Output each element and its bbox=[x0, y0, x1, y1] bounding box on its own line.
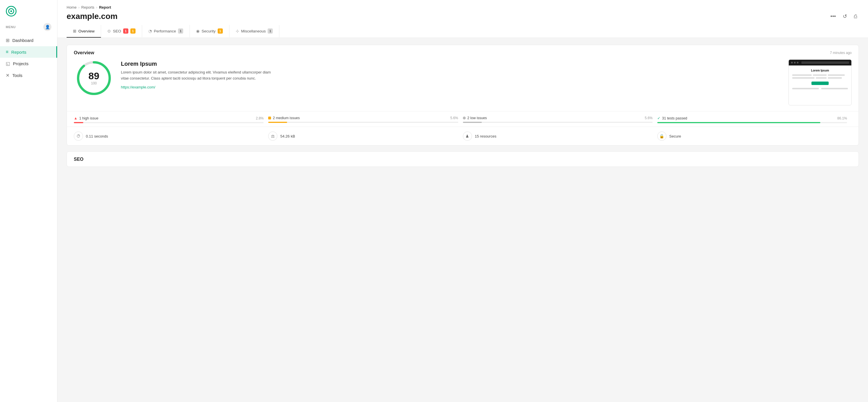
issue-label-left-high: ▲ 1 high issue bbox=[74, 116, 98, 120]
preview-line-5 bbox=[816, 77, 827, 79]
preview-dot-3 bbox=[797, 62, 799, 63]
more-button[interactable]: ••• bbox=[829, 12, 838, 21]
seo-card: SEO bbox=[67, 151, 859, 167]
issue-stat-passed: ✓ 31 tests passed 86.1% bbox=[657, 116, 851, 123]
logo[interactable] bbox=[0, 0, 57, 20]
site-description: Lorem ipsum dolor sit amet, consectetur … bbox=[121, 69, 276, 82]
issue-stat-label-passed: ✓ 31 tests passed 86.1% bbox=[657, 116, 847, 120]
high-issue-pct: 2.8% bbox=[256, 116, 264, 120]
preview-line-2 bbox=[813, 74, 827, 76]
seo-badge-red: 1 bbox=[123, 28, 128, 34]
issue-stat-medium: 2 medium issues 5.6% bbox=[268, 116, 463, 123]
score-center: 89 100 bbox=[88, 71, 99, 85]
tabs: ⊞ Overview ⊙ SEO 1 1 ◔ Performance 1 ◉ S… bbox=[67, 25, 859, 38]
score-circle: 89 100 bbox=[75, 59, 113, 97]
passed-icon: ✓ bbox=[657, 116, 660, 120]
metric-time: ⏱ 0.11 seconds bbox=[74, 131, 268, 141]
header-title-row: example.com ••• ↺ ⎙ bbox=[67, 12, 859, 21]
passed-bar-track bbox=[657, 122, 847, 123]
high-issue-bar bbox=[74, 122, 83, 123]
preview-bottom-lines bbox=[792, 88, 848, 89]
preview-line-6 bbox=[828, 77, 842, 79]
header: Home › Reports › Report example.com ••• … bbox=[57, 0, 868, 38]
resources-icon: ♟ bbox=[463, 131, 472, 141]
user-icon-button[interactable]: 👤 bbox=[43, 23, 52, 31]
low-issue-pct: 5.6% bbox=[645, 116, 652, 120]
performance-tab-icon: ◔ bbox=[149, 29, 152, 33]
breadcrumb-sep-1: › bbox=[79, 5, 80, 9]
breadcrumb-reports[interactable]: Reports bbox=[81, 5, 94, 9]
overview-card-header: Overview 7 minutes ago bbox=[67, 45, 859, 59]
low-issue-icon bbox=[463, 117, 466, 119]
logo-icon bbox=[6, 6, 17, 17]
sidebar: MENU 👤 ⊞ Dashboard ≡ Reports ◱ Projects … bbox=[0, 0, 57, 402]
overview-body: 89 100 Lorem Ipsum Lorem ipsum dolor sit… bbox=[67, 59, 859, 111]
issue-stat-label-medium: 2 medium issues 5.6% bbox=[268, 116, 458, 120]
medium-issue-pct: 5.6% bbox=[450, 116, 458, 120]
medium-issue-icon bbox=[268, 117, 271, 119]
breadcrumb: Home › Reports › Report bbox=[67, 5, 859, 9]
issue-label-left-passed: ✓ 31 tests passed bbox=[657, 116, 687, 120]
tab-security[interactable]: ◉ Security 1 bbox=[190, 25, 229, 38]
tab-performance[interactable]: ◔ Performance 1 bbox=[142, 25, 190, 38]
metric-size-value: 54.26 kB bbox=[280, 134, 295, 138]
site-info: Lorem Ipsum Lorem ipsum dolor sit amet, … bbox=[121, 59, 782, 90]
medium-issue-bar-track bbox=[268, 122, 458, 123]
low-issue-bar-track bbox=[463, 122, 653, 123]
sidebar-menu-label: MENU 👤 bbox=[0, 20, 57, 33]
dashboard-icon: ⊞ bbox=[6, 38, 9, 43]
seo-card-title: SEO bbox=[74, 157, 84, 162]
passed-pct: 86.1% bbox=[837, 116, 847, 120]
preview-content: Lorem Ipsum bbox=[789, 65, 851, 105]
preview-line-1 bbox=[792, 74, 812, 76]
high-issue-bar-track bbox=[74, 122, 264, 123]
reports-icon: ≡ bbox=[6, 50, 8, 55]
preview-bottom-line-2 bbox=[821, 88, 848, 89]
low-issue-label: 2 low issues bbox=[467, 116, 487, 120]
preview-dot-2 bbox=[794, 62, 796, 63]
metrics-row: ⏱ 0.11 seconds ⚖ 54.26 kB ♟ 15 resources… bbox=[67, 127, 859, 145]
security-badge: 1 bbox=[218, 28, 223, 34]
sidebar-item-projects[interactable]: ◱ Projects bbox=[0, 58, 57, 69]
overview-card-title: Overview bbox=[74, 50, 94, 55]
issue-stat-label-low: 2 low issues 5.6% bbox=[463, 116, 653, 120]
metric-resources: ♟ 15 resources bbox=[463, 131, 657, 141]
svg-point-2 bbox=[10, 10, 12, 12]
preview-line-3 bbox=[828, 74, 844, 76]
score-number: 89 bbox=[88, 71, 99, 81]
preview-btn-wrap bbox=[792, 82, 848, 85]
preview-topbar bbox=[789, 60, 851, 65]
metric-size: ⚖ 54.26 kB bbox=[268, 131, 463, 141]
sidebar-item-tools[interactable]: ✕ Tools bbox=[0, 69, 57, 81]
seo-card-header: SEO bbox=[67, 152, 859, 166]
sidebar-item-dashboard[interactable]: ⊞ Dashboard bbox=[0, 34, 57, 46]
metric-secure-value: Secure bbox=[669, 134, 681, 138]
metric-secure: 🔒 Secure bbox=[657, 131, 851, 141]
print-button[interactable]: ⎙ bbox=[852, 12, 859, 21]
passed-bar bbox=[657, 122, 820, 123]
preview-line-4 bbox=[792, 77, 815, 79]
low-issue-bar bbox=[463, 122, 482, 123]
breadcrumb-sep-2: › bbox=[96, 5, 97, 9]
site-url[interactable]: https://example.com/ bbox=[121, 85, 155, 89]
tab-miscellaneous[interactable]: ⊹ Miscellaneous 1 bbox=[229, 25, 280, 38]
time-icon: ⏱ bbox=[74, 131, 83, 141]
sidebar-nav: ⊞ Dashboard ≡ Reports ◱ Projects ✕ Tools bbox=[0, 33, 57, 83]
secure-icon: 🔒 bbox=[657, 131, 666, 141]
tab-seo[interactable]: ⊙ SEO 1 1 bbox=[101, 25, 142, 38]
issue-label-left-medium: 2 medium issues bbox=[268, 116, 300, 120]
preview-line-group-2 bbox=[792, 77, 848, 79]
page-title: example.com bbox=[67, 12, 118, 21]
preview-cta-button bbox=[811, 82, 829, 85]
sidebar-item-reports[interactable]: ≡ Reports bbox=[0, 46, 57, 58]
overview-timestamp: 7 minutes ago bbox=[830, 51, 851, 55]
score-total: 100 bbox=[88, 81, 99, 85]
refresh-button[interactable]: ↺ bbox=[841, 12, 849, 21]
metric-resources-value: 15 resources bbox=[475, 134, 496, 138]
overview-card: Overview 7 minutes ago 89 100 bbox=[67, 45, 859, 146]
high-issue-icon: ▲ bbox=[74, 116, 78, 120]
user-icon: 👤 bbox=[45, 25, 50, 29]
breadcrumb-home[interactable]: Home bbox=[67, 5, 77, 9]
tab-overview[interactable]: ⊞ Overview bbox=[67, 25, 101, 38]
site-name: Lorem Ipsum bbox=[121, 61, 782, 67]
